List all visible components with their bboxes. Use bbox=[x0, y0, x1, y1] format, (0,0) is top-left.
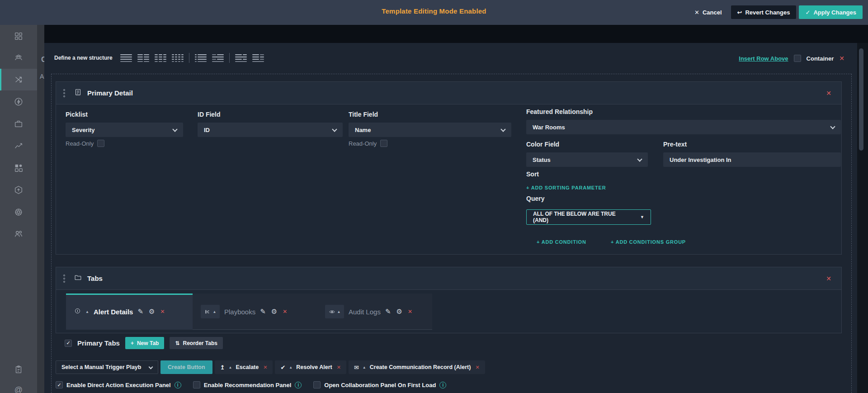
query-operator-select[interactable]: ALL OF THE BELOW ARE TRUE (AND) ▼ bbox=[526, 209, 651, 225]
revert-icon: ↩ bbox=[737, 9, 742, 16]
icon-picker-caret-icon[interactable]: ▲ bbox=[85, 310, 89, 314]
tab-audit-logs[interactable]: ▲ Audit Logs ✎ ⚙ ✕ bbox=[317, 294, 432, 330]
scrollbar-thumb[interactable] bbox=[859, 48, 863, 151]
remove-tab-button[interactable]: ✕ bbox=[408, 308, 412, 315]
info-icon[interactable]: i bbox=[295, 382, 302, 388]
remove-tab-button[interactable]: ✕ bbox=[283, 308, 287, 315]
add-conditions-group-link[interactable]: + ADD CONDITIONS GROUP bbox=[611, 239, 686, 245]
clipboard-icon bbox=[74, 88, 82, 98]
primary-tabs-checkbox[interactable]: ✓ bbox=[65, 340, 72, 347]
sidebar-item-users[interactable] bbox=[0, 223, 37, 245]
four-column-layout-icon[interactable] bbox=[172, 54, 184, 62]
container-checkbox[interactable] bbox=[794, 55, 801, 62]
section-title: Tabs bbox=[87, 275, 103, 282]
insert-row-above-link[interactable]: Insert Row Above bbox=[739, 55, 788, 62]
sidebar-item-workflows[interactable] bbox=[0, 69, 37, 90]
remove-row-button[interactable]: ✕ bbox=[839, 55, 844, 62]
caret-down-icon: ▼ bbox=[640, 215, 644, 219]
chevron-down-icon bbox=[637, 156, 642, 161]
sidebar-item-mentions[interactable]: @ bbox=[0, 379, 37, 393]
structure-picker bbox=[120, 53, 264, 63]
id-field-select[interactable]: ID bbox=[198, 123, 343, 137]
sidebar-item-dashboard[interactable] bbox=[0, 25, 37, 47]
create-communication-record-action-button[interactable]: ✉ ▲ Create Communication Record (Alert) … bbox=[349, 360, 485, 374]
tab-playbooks[interactable]: ▲ Playbooks ✎ ⚙ ✕ bbox=[193, 294, 317, 330]
icon-picker-caret-icon[interactable]: ▲ bbox=[229, 365, 232, 369]
top-bar: Template Editing Mode Enabled ✕ Cancel ↩… bbox=[0, 0, 868, 25]
sidebar-item-cases[interactable] bbox=[0, 113, 37, 135]
remove-action-button[interactable]: ✕ bbox=[263, 365, 267, 370]
cancel-button[interactable]: ✕ Cancel bbox=[688, 5, 728, 19]
create-button[interactable]: Create Button bbox=[160, 360, 212, 374]
manual-trigger-playbook-select[interactable]: Select a Manual Trigger Playb bbox=[56, 360, 158, 374]
sidebar-item-settings[interactable] bbox=[0, 201, 37, 223]
new-tab-button[interactable]: + New Tab bbox=[125, 337, 164, 349]
sidebar-item-tasks[interactable] bbox=[0, 359, 37, 380]
plus-icon: + bbox=[131, 340, 134, 346]
tab-icon-picker[interactable]: ▲ bbox=[201, 305, 220, 318]
three-column-layout-icon[interactable] bbox=[155, 54, 166, 62]
list-left-layout-icon[interactable] bbox=[195, 54, 207, 62]
row-short-right-layout-icon[interactable] bbox=[235, 54, 247, 62]
remove-action-button[interactable]: ✕ bbox=[337, 365, 341, 370]
icon-picker-caret-icon[interactable]: ▲ bbox=[363, 365, 366, 369]
tab-settings-gear-icon[interactable]: ⚙ bbox=[271, 308, 277, 316]
featured-relationship-select[interactable]: War Rooms bbox=[526, 120, 841, 134]
dimmed-underlay-page: C As bbox=[37, 25, 44, 393]
apply-changes-button[interactable]: ✓ Apply Changes bbox=[799, 5, 863, 19]
pretext-input[interactable]: Under Investigation In bbox=[663, 152, 841, 167]
one-column-layout-icon[interactable] bbox=[120, 54, 132, 62]
sidebar-item-war-rooms[interactable] bbox=[0, 47, 37, 69]
info-circle-icon[interactable] bbox=[74, 308, 81, 316]
container-label: Container bbox=[807, 55, 834, 62]
sidebar-item-modules[interactable] bbox=[0, 179, 37, 201]
envelope-icon: ✉ bbox=[354, 364, 359, 371]
sidebar-item-automation[interactable] bbox=[0, 91, 37, 113]
color-field-select[interactable]: Status bbox=[526, 152, 648, 167]
direct-action-checkbox[interactable]: ✓ bbox=[56, 381, 63, 388]
reorder-tabs-button[interactable]: ⇅ Reorder Tabs bbox=[170, 337, 223, 349]
underlay-text-fragment: C bbox=[41, 56, 44, 64]
hexagon-module-icon bbox=[14, 185, 24, 195]
tab-alert-details[interactable]: ▲ Alert Details ✎ ⚙ ✕ bbox=[66, 294, 193, 330]
drag-handle-icon[interactable] bbox=[63, 275, 65, 283]
remove-section-button[interactable]: ✕ bbox=[826, 90, 831, 97]
sidebar-item-apps[interactable] bbox=[0, 157, 37, 179]
title-readonly-checkbox[interactable] bbox=[380, 140, 387, 147]
info-icon[interactable]: i bbox=[439, 382, 446, 388]
pretext-label: Pre-text bbox=[663, 141, 687, 148]
drag-handle-icon[interactable] bbox=[63, 89, 65, 97]
primary-tabs-label: Primary Tabs bbox=[77, 339, 120, 347]
edit-tab-icon[interactable]: ✎ bbox=[137, 308, 143, 316]
revert-changes-button[interactable]: ↩ Revert Changes bbox=[731, 5, 797, 19]
remove-section-button[interactable]: ✕ bbox=[826, 275, 831, 282]
add-sorting-parameter-link[interactable]: + ADD SORTING PARAMETER bbox=[526, 185, 606, 190]
collaboration-checkbox[interactable] bbox=[313, 381, 321, 388]
info-icon[interactable]: i bbox=[175, 382, 181, 388]
edit-tab-icon[interactable]: ✎ bbox=[260, 308, 266, 316]
tab-settings-gear-icon[interactable]: ⚙ bbox=[396, 308, 402, 316]
sidebar-item-analytics[interactable] bbox=[0, 135, 37, 156]
tab-icon-picker[interactable]: ▲ bbox=[325, 305, 344, 318]
mentions-icon: @ bbox=[14, 385, 23, 393]
escalate-action-button[interactable]: ↥ ▲ Escalate ✕ bbox=[215, 360, 273, 374]
row-arrow-right-layout-icon[interactable] bbox=[252, 54, 264, 62]
add-condition-link[interactable]: + ADD CONDITION bbox=[537, 239, 586, 245]
underlay-text-fragment: As bbox=[40, 73, 44, 80]
remove-action-button[interactable]: ✕ bbox=[475, 365, 479, 370]
picklist-readonly: Read-Only bbox=[66, 140, 104, 147]
resolve-alert-action-button[interactable]: ✔ ▲ Resolve Alert ✕ bbox=[275, 360, 346, 374]
row-header-controls: Insert Row Above Container ✕ bbox=[739, 55, 844, 62]
scrollbar-track[interactable] bbox=[857, 43, 868, 393]
edit-tab-icon[interactable]: ✎ bbox=[385, 308, 391, 316]
two-column-layout-icon[interactable] bbox=[137, 54, 149, 62]
picklist-readonly-checkbox[interactable] bbox=[97, 140, 104, 147]
picklist-select[interactable]: Severity bbox=[66, 123, 183, 137]
close-icon: ✕ bbox=[694, 9, 699, 16]
list-indent-left-layout-icon[interactable] bbox=[212, 54, 224, 62]
recommendation-checkbox[interactable] bbox=[193, 381, 200, 388]
icon-picker-caret-icon[interactable]: ▲ bbox=[289, 365, 292, 369]
title-field-select[interactable]: Name bbox=[349, 123, 511, 137]
tab-settings-gear-icon[interactable]: ⚙ bbox=[149, 308, 155, 316]
remove-tab-button[interactable]: ✕ bbox=[160, 308, 165, 315]
